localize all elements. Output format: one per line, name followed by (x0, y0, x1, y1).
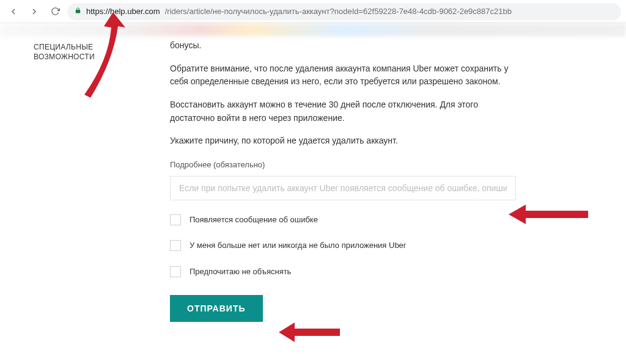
checkbox-label: Предпочитаю не объяснять (190, 266, 291, 278)
reload-button[interactable] (46, 3, 64, 20)
address-bar[interactable]: https://help.uber.com/riders/article/не-… (67, 3, 621, 20)
annotation-arrow-input (509, 202, 588, 227)
checkbox-no-app[interactable] (170, 240, 181, 251)
paragraph: Обратите внимание, что после удаления ак… (170, 62, 516, 89)
details-input[interactable] (170, 176, 516, 200)
checkbox-prefer-not[interactable] (170, 266, 181, 277)
checkbox-label: Появляется сообщение об ошибке (190, 214, 318, 226)
paragraph: Укажите причину, по которой не удается у… (170, 134, 516, 148)
checkbox-label: У меня больше нет или никогда не было пр… (190, 239, 406, 252)
forward-button[interactable] (26, 3, 43, 20)
article-content: бонусы. Обратите внимание, что после уда… (141, 37, 626, 364)
back-button[interactable] (5, 3, 22, 20)
annotation-arrow-submit (279, 321, 340, 344)
paragraph: бонусы. (170, 39, 516, 53)
submit-button[interactable]: ОТПРАВИТЬ (170, 295, 263, 322)
paragraph: Восстановить аккаунт можно в течение 30 … (170, 98, 516, 125)
annotation-arrow-url (79, 12, 128, 104)
url-path: /riders/article/не-получилось-удалить-ак… (165, 7, 512, 16)
details-label: Подробнее (обязательно) (170, 159, 516, 171)
checkbox-error-message[interactable] (170, 214, 181, 225)
